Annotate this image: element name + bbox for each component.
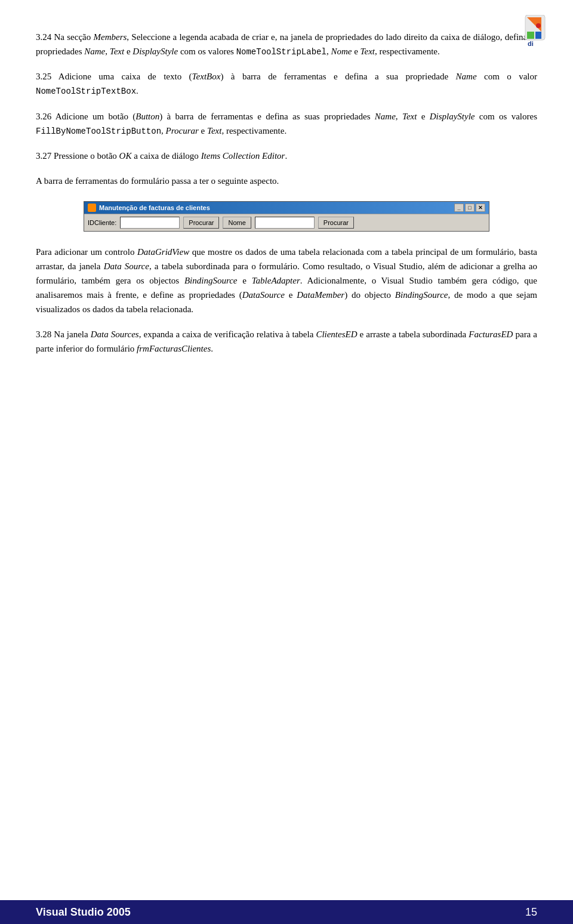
section-324: 3.24 Na secção Members, Seleccione a leg… bbox=[36, 30, 537, 58]
idcliente-textbox[interactable] bbox=[120, 217, 180, 229]
svg-text:di: di bbox=[528, 40, 534, 47]
titlebar-left: Manutenção de facturas de clientes bbox=[88, 204, 210, 212]
close-button[interactable]: ✕ bbox=[476, 204, 485, 212]
page-container: di 3.24 Na secção Members, Seleccione a … bbox=[0, 0, 573, 924]
content-section: 3.24 Na secção Members, Seleccione a leg… bbox=[36, 30, 537, 356]
svg-rect-3 bbox=[535, 32, 541, 39]
logo-area: di bbox=[501, 12, 549, 54]
procurar-button-1[interactable]: Procurar bbox=[183, 217, 219, 229]
after-327-caption: A barra de ferramentas do formulário pas… bbox=[36, 174, 537, 188]
section-325: 3.25 Adicione uma caixa de texto (TextBo… bbox=[36, 69, 537, 98]
titlebar-text: Manutenção de facturas de clientes bbox=[99, 204, 210, 211]
section-327: 3.27 Pressione o botão OK a caixa de diá… bbox=[36, 149, 537, 163]
window-icon bbox=[88, 204, 96, 212]
di-logo-icon: di bbox=[504, 15, 546, 51]
datagridview-paragraph: Para adicionar um controlo DataGridView … bbox=[36, 245, 537, 316]
svg-point-4 bbox=[536, 23, 541, 28]
nome-textbox[interactable] bbox=[255, 217, 315, 229]
footer-title: Visual Studio 2005 bbox=[36, 906, 131, 919]
section-328: 3.28 Na janela Data Sources, expanda a c… bbox=[36, 327, 537, 356]
nome-button[interactable]: Nome bbox=[223, 217, 251, 229]
toolbar-titlebar: Manutenção de facturas de clientes _ □ ✕ bbox=[84, 202, 489, 214]
minimize-button[interactable]: _ bbox=[454, 204, 464, 212]
maximize-button[interactable]: □ bbox=[465, 204, 475, 212]
section-326-text: 3.26 Adicione um botão (Button) à barra … bbox=[36, 112, 537, 135]
toolbar-screenshot: Manutenção de facturas de clientes _ □ ✕… bbox=[84, 201, 489, 232]
section-327-text: 3.27 Pressione o botão OK a caixa de diá… bbox=[36, 151, 287, 161]
idcliente-label: IDCliente: bbox=[88, 219, 116, 226]
section-324-text: 3.24 Na secção Members, Seleccione a leg… bbox=[36, 32, 537, 56]
procurar-button-2[interactable]: Procurar bbox=[318, 217, 354, 229]
footer-page: 15 bbox=[525, 906, 537, 919]
section-326: 3.26 Adicione um botão (Button) à barra … bbox=[36, 109, 537, 138]
section-325-text: 3.25 Adicione uma caixa de texto (TextBo… bbox=[36, 72, 537, 96]
toolbar-content: IDCliente: Procurar Nome Procurar bbox=[84, 214, 489, 231]
svg-rect-2 bbox=[527, 32, 534, 39]
footer-bar: Visual Studio 2005 15 bbox=[0, 900, 573, 924]
titlebar-buttons[interactable]: _ □ ✕ bbox=[454, 204, 485, 212]
